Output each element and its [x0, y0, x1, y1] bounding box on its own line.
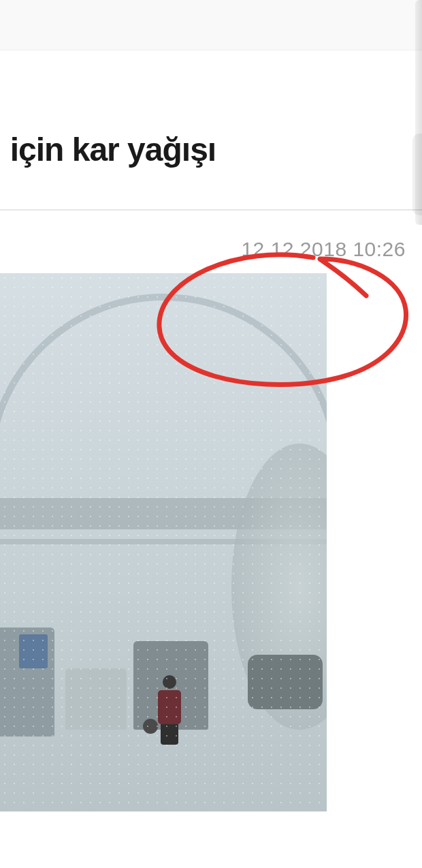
device-edge: [415, 0, 422, 225]
article-timestamp: 12.12.2018 10:26: [241, 238, 406, 260]
headline-area: l için kar yağışı: [0, 50, 422, 211]
article-photo: [0, 273, 327, 811]
timestamp-row: 12.12.2018 10:26: [0, 211, 422, 273]
photo-snow-overlay: [0, 273, 327, 811]
article-headline: l için kar yağışı: [0, 132, 422, 168]
top-bar: [0, 0, 422, 50]
